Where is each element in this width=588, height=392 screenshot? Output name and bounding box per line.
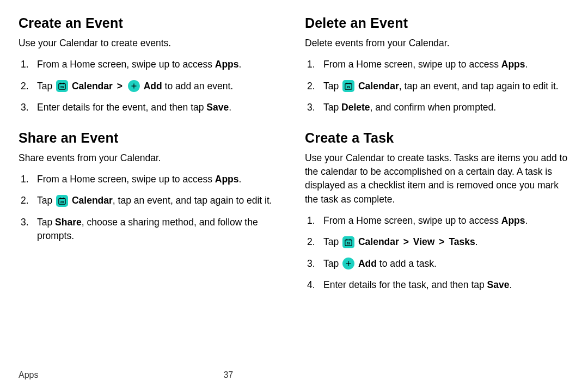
svg-rect-7: [60, 198, 61, 199]
chevron-icon: >: [117, 81, 122, 91]
step-item: Enter details for the event, and then ta…: [19, 101, 283, 114]
step-item: Tap 29 Calendar > View > Tasks.: [305, 235, 569, 249]
svg-rect-15: [347, 239, 347, 241]
svg-rect-11: [347, 83, 347, 84]
left-column: Create an Event Use your Calendar to cre…: [19, 15, 283, 308]
svg-rect-1: [60, 83, 61, 84]
chevron-icon: >: [439, 236, 444, 247]
steps-create-event: From a Home screen, swipe up to access A…: [19, 58, 283, 114]
intro-share-event: Share events from your Calendar.: [19, 151, 283, 165]
step-item: Tap Share, choose a sharing method, and …: [19, 216, 283, 243]
chevron-icon: >: [403, 236, 409, 247]
step-item: From a Home screen, swipe up to access A…: [19, 58, 283, 71]
svg-text:29: 29: [347, 242, 350, 245]
heading-delete-event: Delete an Event: [305, 15, 569, 31]
calendar-icon: 29: [342, 80, 354, 92]
add-icon: [128, 80, 140, 92]
svg-rect-8: [63, 198, 64, 199]
page-columns: Create an Event Use your Calendar to cre…: [19, 15, 569, 308]
svg-text:29: 29: [60, 200, 64, 204]
heading-create-event: Create an Event: [19, 15, 283, 31]
steps-create-task: From a Home screen, swipe up to access A…: [305, 214, 569, 292]
intro-create-event: Use your Calendar to create events.: [19, 36, 283, 50]
intro-create-task: Use your Calendar to create tasks. Tasks…: [305, 151, 569, 207]
calendar-icon: 29: [56, 195, 68, 207]
step-item: Tap 29 Calendar > Add to add an event.: [19, 79, 283, 93]
footer-page-number: 37: [223, 370, 233, 380]
svg-rect-16: [350, 239, 350, 241]
right-column: Delete an Event Delete events from your …: [305, 15, 569, 308]
svg-text:29: 29: [347, 85, 350, 89]
step-item: From a Home screen, swipe up to access A…: [19, 173, 283, 186]
steps-share-event: From a Home screen, swipe up to access A…: [19, 173, 283, 243]
footer-section-label: Apps: [19, 370, 38, 380]
svg-text:29: 29: [60, 85, 64, 89]
svg-rect-2: [63, 83, 64, 84]
svg-rect-12: [350, 83, 350, 84]
step-item: Tap Delete, and confirm when prompted.: [305, 101, 569, 114]
step-item: Tap 29 Calendar, tap an event, and tap a…: [19, 194, 283, 207]
step-item: Enter details for the task, and then tap…: [305, 278, 569, 292]
heading-create-task: Create a Task: [305, 130, 569, 146]
heading-share-event: Share an Event: [19, 130, 283, 146]
step-item: From a Home screen, swipe up to access A…: [305, 58, 569, 71]
intro-delete-event: Delete events from your Calendar.: [305, 36, 569, 50]
step-item: Tap 29 Calendar, tap an event, and tap a…: [305, 79, 569, 93]
add-icon: [342, 258, 354, 270]
page-footer: Apps 37: [19, 370, 233, 380]
step-item: From a Home screen, swipe up to access A…: [305, 214, 569, 228]
calendar-icon: 29: [56, 80, 68, 92]
calendar-icon: 29: [342, 236, 354, 248]
steps-delete-event: From a Home screen, swipe up to access A…: [305, 58, 569, 114]
step-item: Tap Add to add a task.: [305, 257, 569, 271]
